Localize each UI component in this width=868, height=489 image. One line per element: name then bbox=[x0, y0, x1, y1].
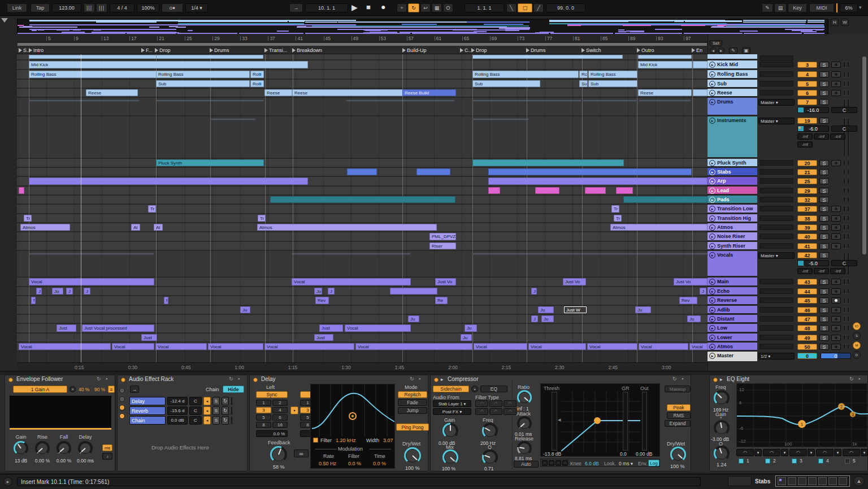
locator-flag[interactable]: Drums bbox=[526, 46, 546, 54]
left-beat-button[interactable]: 5 bbox=[256, 414, 271, 421]
mini-device-box[interactable] bbox=[808, 477, 817, 485]
clip[interactable]: Reese bbox=[86, 89, 138, 96]
draw-pencil-button[interactable]: ✎ bbox=[762, 3, 773, 12]
clip[interactable]: Tr bbox=[148, 205, 156, 213]
track-number-badge[interactable]: 3 bbox=[797, 62, 817, 68]
clip[interactable] bbox=[346, 99, 455, 102]
track-automation-slot[interactable] bbox=[760, 288, 793, 294]
track-header[interactable]: ▸Rolling Bass bbox=[708, 70, 757, 79]
clip[interactable]: Just bbox=[57, 324, 76, 332]
track-automation-slot[interactable] bbox=[760, 224, 793, 230]
new-button[interactable]: + bbox=[397, 3, 407, 12]
knob[interactable] bbox=[78, 441, 93, 456]
track-number-badge[interactable]: 40 bbox=[797, 233, 817, 240]
mixer-section-toggle-m[interactable]: M bbox=[853, 341, 861, 349]
track-number-badge[interactable]: 42 bbox=[797, 252, 817, 258]
device-chain-overview[interactable] bbox=[775, 475, 850, 487]
clip[interactable] bbox=[639, 99, 691, 102]
knob[interactable] bbox=[517, 441, 532, 456]
mode-repitch-button[interactable]: Repitch bbox=[398, 391, 427, 398]
track-fold-icon[interactable]: ▸ bbox=[709, 325, 715, 331]
lock-envelopes-button[interactable]: ▣ bbox=[742, 47, 750, 54]
track-header[interactable]: ▸Lower bbox=[708, 334, 757, 341]
play-button[interactable]: ▶ bbox=[351, 3, 358, 12]
track-automation-slot[interactable] bbox=[760, 297, 793, 303]
clip[interactable] bbox=[472, 55, 623, 59]
beat-time-ruler[interactable]: 5913172125293337414549535761656973778185… bbox=[17, 34, 708, 42]
clip[interactable]: Vocal bbox=[264, 343, 354, 350]
knob[interactable] bbox=[482, 423, 498, 439]
rack-view-toggle[interactable] bbox=[119, 413, 125, 419]
mixer-section-toggle-s[interactable]: S bbox=[853, 332, 861, 340]
group-volume-field[interactable]: -6.0 bbox=[797, 126, 829, 132]
preview-toggle-icon[interactable]: ▾ bbox=[859, 5, 862, 10]
track-number-badge[interactable]: 49 bbox=[797, 335, 817, 341]
output-routing-menu[interactable]: 1/2 ▾ bbox=[758, 353, 795, 360]
clip[interactable]: Rolli bbox=[250, 80, 264, 87]
track-header[interactable] bbox=[708, 54, 757, 59]
track-number-badge[interactable]: 41 bbox=[797, 243, 817, 249]
clip[interactable]: Sub bbox=[156, 80, 250, 87]
send-field[interactable]: -inf bbox=[797, 268, 813, 274]
master-volume-slider[interactable]: 0 bbox=[821, 353, 851, 359]
clip[interactable]: Mid Kick bbox=[638, 61, 692, 68]
track-header[interactable]: ▸Reese bbox=[708, 89, 757, 97]
clip[interactable]: Just bbox=[319, 324, 343, 332]
track-number-badge[interactable]: 43 bbox=[797, 279, 817, 285]
arrangement-track-lane[interactable] bbox=[17, 315, 708, 323]
clip[interactable] bbox=[623, 196, 708, 203]
hot-swap-icon[interactable]: ↻ bbox=[849, 376, 854, 382]
track-header[interactable]: ▸Kick Mid bbox=[708, 60, 757, 69]
clip[interactable] bbox=[347, 168, 377, 175]
filter-type-button[interactable]: ◠ bbox=[489, 408, 502, 415]
display-mode-icon[interactable]: ◠ bbox=[542, 460, 548, 466]
track-header[interactable]: ▸Synth Riser bbox=[708, 242, 757, 250]
locator-row[interactable]: S..IntroF...DropDrumsTransi...BreakdownB… bbox=[17, 46, 708, 54]
save-preset-icon[interactable]: ▪ bbox=[419, 376, 420, 382]
hot-swap-icon[interactable]: ↻ bbox=[672, 376, 677, 382]
clip[interactable]: Just bbox=[314, 334, 333, 341]
left-beat-button[interactable]: 1 bbox=[256, 400, 271, 406]
save-preset-icon[interactable]: ▪ bbox=[238, 376, 240, 382]
display-mode-icon[interactable]: ◠ bbox=[562, 460, 568, 466]
band-filter-type-button[interactable]: ◠ bbox=[789, 449, 807, 456]
nudge-down-button[interactable]: ||| bbox=[84, 3, 95, 12]
record-button[interactable]: ● bbox=[381, 2, 385, 11]
track-header[interactable]: ▸Low bbox=[708, 324, 757, 332]
display-mode-icon[interactable]: ◠ bbox=[555, 460, 561, 466]
track-automation-slot[interactable] bbox=[760, 197, 793, 202]
track-automation-slot[interactable] bbox=[760, 335, 793, 340]
chain-name[interactable]: Reverb bbox=[129, 406, 166, 415]
clip[interactable] bbox=[583, 99, 637, 102]
track-header[interactable]: ▸Main bbox=[708, 278, 757, 286]
track-number-badge[interactable]: 19 bbox=[797, 118, 817, 124]
clip[interactable]: Rev bbox=[315, 297, 329, 304]
clip[interactable] bbox=[693, 89, 708, 96]
clip[interactable] bbox=[693, 61, 708, 68]
clip[interactable]: Vocal bbox=[112, 343, 154, 350]
track-header[interactable]: ▸Reverse bbox=[708, 296, 757, 305]
clip[interactable]: Ju bbox=[240, 306, 250, 313]
solo-button[interactable]: S bbox=[819, 316, 829, 322]
clip[interactable] bbox=[488, 168, 692, 175]
chain-solo[interactable]: S bbox=[212, 406, 220, 415]
link-button[interactable]: Link bbox=[7, 3, 27, 12]
arrangement-track-lane[interactable] bbox=[17, 116, 708, 158]
locator-flag[interactable]: Drop bbox=[471, 46, 487, 54]
group-pan-field[interactable]: C bbox=[831, 260, 857, 266]
track-fold-icon[interactable]: ▸ bbox=[709, 206, 715, 212]
track-number-badge[interactable]: 7 bbox=[797, 99, 817, 105]
clip[interactable]: Vocal bbox=[155, 343, 207, 350]
clip[interactable]: Su bbox=[579, 80, 588, 87]
save-preset-icon[interactable]: ▪ bbox=[682, 376, 683, 382]
filter-type-button[interactable]: ◠ bbox=[475, 408, 488, 415]
solo-button[interactable]: S bbox=[819, 197, 829, 203]
group-volume-field[interactable]: -16.0 bbox=[797, 107, 829, 113]
band-filter-type-button[interactable]: ◠ bbox=[736, 449, 754, 456]
comp-dry-wet-value[interactable]: 100 % bbox=[670, 464, 685, 469]
track-number-badge[interactable]: 47 bbox=[797, 316, 817, 322]
next-locator-button[interactable]: ▸ bbox=[718, 47, 724, 54]
solo-button[interactable]: S bbox=[819, 160, 829, 166]
show-device-panel-button[interactable]: ▲ bbox=[853, 476, 865, 486]
mini-device-box[interactable] bbox=[828, 477, 837, 485]
